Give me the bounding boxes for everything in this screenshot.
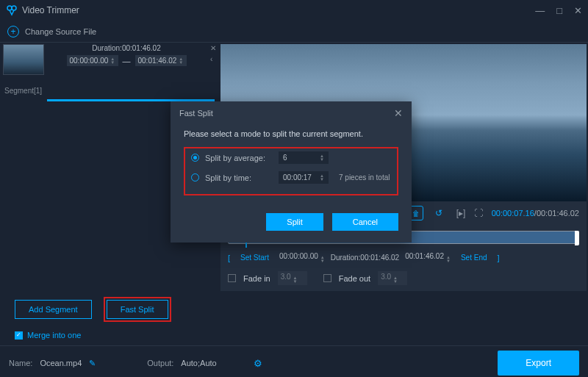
name-label: Name: (9, 359, 32, 367)
range-controls: [ Set Start 00:00:00.00▲▼ Duration:00:01… (220, 247, 587, 268)
dialog-cancel-button[interactable]: Cancel (332, 213, 398, 231)
app-logo-icon (6, 4, 18, 16)
split-by-time-radio[interactable] (191, 173, 199, 182)
timeline-end-handle[interactable] (575, 231, 579, 245)
titlebar: Video Trimmer — □ ✕ (0, 0, 588, 21)
output-settings-icon[interactable]: ⚙ (254, 358, 262, 369)
remove-segment-icon[interactable]: ✕ (210, 44, 216, 52)
app-title: Video Trimmer (22, 5, 535, 15)
fade-out-label: Fade out (339, 274, 370, 283)
merge-label: Merge into one (27, 331, 81, 340)
dialog-close-icon[interactable]: ✕ (394, 107, 403, 119)
minimize-icon[interactable]: — (535, 5, 545, 16)
edit-name-icon[interactable]: ✎ (89, 359, 96, 368)
add-segment-button[interactable]: Add Segment (15, 300, 92, 319)
spinner-icon[interactable]: ▲▼ (179, 57, 183, 65)
name-value: Ocean.mp4 (40, 359, 82, 367)
set-end-button[interactable]: Set End (456, 251, 492, 264)
export-button[interactable]: Export (498, 351, 579, 376)
fast-split-button[interactable]: Fast Split (107, 300, 168, 319)
range-start-input[interactable]: 00:00:00.00▲▼ (279, 252, 325, 263)
segment-name: Segment[1] (0, 85, 220, 96)
close-icon[interactable]: ✕ (574, 5, 582, 16)
bracket-right-icon: ] (498, 254, 500, 262)
segment-start-input[interactable]: 00:00:00.00▲▼ (67, 55, 118, 66)
merge-checkbox[interactable] (15, 331, 23, 340)
highlight-fast-split: Fast Split (104, 297, 171, 322)
split-by-average-radio[interactable] (191, 154, 199, 162)
split-by-time-label: Split by time: (205, 173, 273, 182)
fade-out-input[interactable]: 3.0▲▼ (378, 271, 407, 285)
output-label: Output: (147, 359, 173, 367)
split-time-input[interactable]: 00:00:17▲▼ (279, 171, 329, 184)
dash-separator: — (123, 57, 131, 65)
segment-duration: Duration:00:01:46.02 (47, 44, 206, 52)
svg-point-0 (7, 6, 12, 10)
range-end-input[interactable]: 00:01:46.02▲▼ (405, 252, 451, 263)
fade-in-checkbox[interactable] (228, 274, 236, 282)
svg-point-1 (12, 6, 16, 10)
bracket-left-icon: [ (228, 254, 230, 262)
collapse-icon[interactable]: ‹ (210, 55, 216, 63)
pieces-note: 7 pieces in total (339, 173, 390, 182)
change-source-label[interactable]: Change Source File (25, 27, 96, 36)
output-value: Auto;Auto (181, 359, 216, 367)
segment-row[interactable]: Duration:00:01:46.02 00:00:00.00▲▼ — 00:… (0, 43, 220, 85)
segment-thumbnail[interactable] (3, 44, 44, 75)
add-source-icon[interactable]: + (7, 26, 19, 37)
toolbar: + Change Source File (0, 21, 588, 43)
fade-controls: Fade in 3.0▲▼ Fade out 3.0▲▼ (220, 268, 587, 291)
fast-split-dialog: Fast Split ✕ Please select a mode to spl… (171, 101, 412, 243)
fade-in-label: Fade in (243, 274, 270, 283)
spinner-icon[interactable]: ▲▼ (110, 57, 115, 65)
undo-icon[interactable]: ↺ (432, 208, 445, 218)
set-start-button[interactable]: Set Start (236, 251, 273, 264)
dialog-prompt: Please select a mode to split the curren… (184, 129, 398, 138)
fade-out-checkbox[interactable] (323, 274, 331, 282)
dialog-split-button[interactable]: Split (266, 213, 323, 231)
dialog-title: Fast Split (179, 109, 213, 118)
fade-in-input[interactable]: 3.0▲▼ (278, 271, 307, 285)
mark-out-icon[interactable]: ⛶ (472, 208, 485, 218)
output-row: Name: Ocean.mp4 ✎ Output: Auto;Auto ⚙ Ex… (0, 345, 588, 377)
range-duration: Duration:00:01:46.02 (331, 254, 399, 262)
maximize-icon[interactable]: □ (556, 5, 562, 16)
time-display: 00:00:07.16/00:01:46.02 (492, 209, 579, 218)
segment-end-input[interactable]: 00:01:46.02▲▼ (135, 55, 187, 66)
split-by-average-label: Split by average: (205, 154, 273, 162)
highlight-split-options: Split by average: 6▲▼ Split by time: 00:… (184, 147, 398, 195)
mark-in-icon[interactable]: [▸] (454, 208, 467, 218)
split-average-input[interactable]: 6▲▼ (279, 151, 329, 164)
